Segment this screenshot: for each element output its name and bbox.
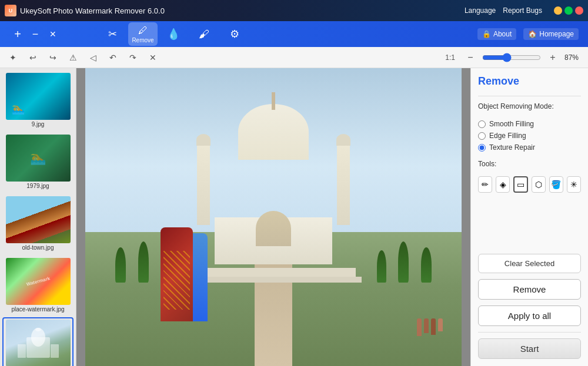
- zoom-area: 1:1 − + 87%: [442, 49, 583, 66]
- window-controls: [554, 6, 583, 15]
- thumbnail-item-placewm[interactable]: Watermark place-watermark.jpg: [2, 256, 74, 315]
- minimize-button[interactable]: [554, 6, 562, 15]
- sub-toolbar: ✦ ↩ ↪ ⚠ ◁ ↶ ↷ ✕ 1:1 − + 87%: [0, 47, 588, 68]
- homepage-button[interactable]: 🏠 Homepage: [523, 28, 579, 40]
- lock-icon: 🔒: [482, 30, 491, 38]
- zoom-ratio-label: 1:1: [442, 53, 459, 62]
- report-bugs-button[interactable]: Report Bugs: [503, 6, 542, 15]
- language-button[interactable]: Language: [465, 6, 496, 15]
- start-button[interactable]: Start: [478, 338, 581, 359]
- rotate-ccw-button[interactable]: ↪: [45, 49, 61, 66]
- clear-selected-label: Clear Selected: [505, 259, 554, 268]
- thumbnail-image-9jpg: 🏊: [6, 73, 71, 120]
- main-image: [85, 68, 462, 366]
- thumbnail-sidebar: 🏊 9.jpg 🏊 1979.jpg old-town.jpg Watermar…: [0, 68, 76, 366]
- zoom-percent: 87%: [564, 53, 583, 62]
- grid-button[interactable]: ✦: [5, 49, 21, 66]
- removing-mode-group: Smooth Filling Edge Filling Texture Repa…: [478, 120, 581, 152]
- object-removing-mode-label: Object Removing Mode:: [478, 102, 581, 110]
- tools-row: ✏ ◈ ▭ ⬡ 🪣 ✳: [478, 176, 581, 193]
- svg-rect-2: [35, 328, 41, 331]
- thumbnail-image-1979jpg: 🏊: [6, 135, 71, 182]
- x-tool-button[interactable]: ✕: [45, 26, 61, 42]
- smooth-filling-radio[interactable]: [478, 120, 486, 128]
- wand-tool-button[interactable]: ⚙: [220, 22, 249, 46]
- texture-repair-label: Texture Repair: [489, 143, 535, 152]
- crop-tool-button[interactable]: ✂: [98, 22, 127, 46]
- svg-rect-3: [18, 344, 26, 358]
- main-toolbar: + − ✕ ✂ 🖊 Remove 💧 🖌 ⚙ 🔒 About 🏠 Homepag…: [0, 21, 588, 47]
- remove-button[interactable]: Remove: [478, 279, 581, 300]
- polygon-tool-button[interactable]: ⬡: [532, 176, 546, 193]
- divider-1: [478, 96, 581, 96]
- remove-label: Remove: [513, 284, 546, 294]
- spacer: [478, 199, 581, 248]
- title-right: Language Report Bugs: [465, 6, 583, 15]
- thumbnail-item-1jpg[interactable]: 1.jpg: [2, 317, 74, 366]
- thumbnail-image-oldtown: [6, 196, 71, 243]
- remove-icon: 🖊: [138, 25, 148, 36]
- thumbnail-label-placewm: place-watermark.jpg: [11, 306, 64, 313]
- undo-button[interactable]: ↶: [105, 49, 121, 66]
- brush-icon: 🖌: [199, 28, 209, 41]
- home-icon: 🏠: [528, 30, 537, 38]
- app-title: UkeySoft Photo Watermark Remover 6.0.0: [20, 6, 165, 15]
- tools-section-label: Tools:: [478, 160, 581, 168]
- thumbnail-label-1979jpg: 1979.jpg: [26, 183, 49, 189]
- main-canvas-area[interactable]: [76, 68, 470, 366]
- remove-tool-button[interactable]: 🖊 Remove: [128, 22, 158, 46]
- zoom-slider[interactable]: [482, 53, 541, 62]
- crop-icon: ✂: [108, 28, 117, 41]
- redo-button[interactable]: ↷: [125, 49, 141, 66]
- homepage-label: Homepage: [539, 30, 574, 38]
- thumbnail-item-9jpg[interactable]: 🏊 9.jpg: [2, 70, 74, 130]
- app-icon: U: [5, 5, 16, 16]
- smooth-filling-label: Smooth Filling: [489, 120, 534, 128]
- main-content: 🏊 9.jpg 🏊 1979.jpg old-town.jpg Watermar…: [0, 68, 588, 366]
- rectangle-tool-button[interactable]: ▭: [513, 176, 527, 193]
- apply-to-all-label: Apply to all: [508, 311, 551, 321]
- zoom-in-button[interactable]: +: [544, 49, 561, 66]
- watermark-overlay: Watermark: [26, 276, 51, 287]
- remove-tool-label: Remove: [132, 37, 153, 43]
- maximize-button[interactable]: [564, 6, 573, 15]
- smooth-filling-option[interactable]: Smooth Filling: [478, 120, 581, 128]
- right-panel: Remove Object Removing Mode: Smooth Fill…: [470, 68, 588, 366]
- about-label: About: [493, 30, 512, 38]
- edge-filling-option[interactable]: Edge Filling: [478, 132, 581, 140]
- thumbnail-item-1979jpg[interactable]: 🏊 1979.jpg: [2, 132, 74, 192]
- drop-icon: 💧: [167, 28, 180, 41]
- title-bar: U UkeySoft Photo Watermark Remover 6.0.0…: [0, 0, 588, 21]
- thumbnail-label-oldtown: old-town.jpg: [22, 244, 54, 251]
- brush-tool-button[interactable]: 🖌: [189, 22, 219, 46]
- thumbnail-image-placewm: Watermark: [6, 258, 71, 305]
- start-label: Start: [520, 344, 539, 354]
- thumbnail-image-1jpg: [6, 320, 71, 366]
- texture-repair-radio[interactable]: [478, 144, 486, 152]
- edge-filling-label: Edge Filling: [489, 132, 526, 140]
- fill-tool-button[interactable]: 🪣: [549, 176, 563, 193]
- edge-filling-radio[interactable]: [478, 132, 486, 140]
- flip-v-button[interactable]: ◁: [85, 49, 101, 66]
- flip-h-button[interactable]: ⚠: [65, 49, 81, 66]
- drop-tool-button[interactable]: 💧: [159, 22, 188, 46]
- toolbar-right: 🔒 About 🏠 Homepage: [477, 28, 579, 40]
- magic-wand-button[interactable]: ✳: [567, 176, 581, 193]
- texture-repair-option[interactable]: Texture Repair: [478, 143, 581, 152]
- pencil-tool-button[interactable]: ✏: [478, 176, 492, 193]
- rotate-cw-button[interactable]: ↩: [25, 49, 41, 66]
- zoom-out-button[interactable]: −: [462, 49, 479, 66]
- minus-tool-button[interactable]: −: [27, 26, 44, 42]
- thumbnail-label-9jpg: 9.jpg: [32, 121, 45, 127]
- clear-selected-button[interactable]: Clear Selected: [478, 254, 581, 273]
- about-button[interactable]: 🔒 About: [477, 28, 516, 40]
- close-button[interactable]: [575, 6, 583, 15]
- title-left: U UkeySoft Photo Watermark Remover 6.0.0: [5, 5, 165, 16]
- divider-2: [478, 332, 581, 333]
- eraser-tool-button[interactable]: ◈: [496, 176, 510, 193]
- panel-title: Remove: [478, 75, 581, 88]
- add-tool-button[interactable]: +: [9, 26, 26, 42]
- clear-button[interactable]: ✕: [145, 49, 161, 66]
- thumbnail-item-oldtown[interactable]: old-town.jpg: [2, 194, 74, 253]
- apply-to-all-button[interactable]: Apply to all: [478, 305, 581, 326]
